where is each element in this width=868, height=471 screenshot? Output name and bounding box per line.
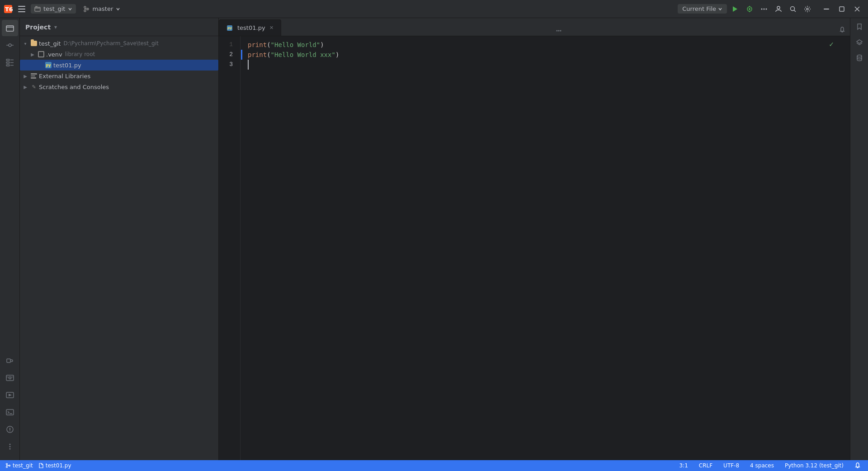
tab-python-icon: py [226, 24, 233, 32]
project-panel-header: Project ▾ [20, 18, 218, 36]
editor-area: py test01.py ✕ 1 2 3 [219, 18, 850, 460]
global-search-button[interactable] [787, 3, 799, 15]
extlib-icon [30, 72, 38, 80]
editor-right-gutter [843, 36, 850, 460]
code-token-paren-close-2: ) [335, 50, 339, 60]
svg-point-12 [749, 8, 750, 10]
project-tool-window-button[interactable] [2, 20, 18, 36]
svg-rect-2 [18, 6, 25, 7]
notifications-button[interactable] [836, 24, 848, 36]
project-panel-title: Project [25, 24, 51, 31]
editor-tab-bar: py test01.py ✕ [219, 18, 850, 36]
more-tool-windows-button[interactable] [2, 438, 18, 455]
tab-close-button[interactable]: ✕ [268, 24, 275, 32]
main-content: Project ▾ ▾ test_git D:\Pycharm\Pycharm_… [0, 18, 868, 460]
run-config-label: Current File [682, 5, 716, 12]
editor-tab-test01py[interactable]: py test01.py ✕ [219, 19, 281, 36]
python-file-icon: py [45, 61, 52, 69]
svg-point-17 [766, 8, 767, 9]
bookmarks-button[interactable] [852, 20, 867, 34]
status-git-branch[interactable]: test_git [5, 462, 33, 469]
tree-item-test01py[interactable]: py test01.py [20, 60, 218, 71]
svg-point-57 [6, 466, 8, 468]
settings-button[interactable] [801, 3, 814, 15]
svg-rect-38 [6, 375, 14, 381]
svg-rect-3 [18, 9, 25, 9]
run-tool-window-button[interactable] [2, 387, 18, 403]
tab-label: test01.py [237, 24, 265, 31]
svg-rect-32 [6, 62, 9, 63]
tree-item-external-libraries[interactable]: ▶ External Libraries [20, 71, 218, 81]
svg-point-51 [9, 448, 10, 450]
status-interpreter[interactable]: Python 3.12 (test_git) [783, 462, 845, 469]
svg-rect-22 [824, 9, 829, 9]
status-bar-right: 3:1 CRLF UTF-8 4 spaces Python 3.12 (tes… [677, 462, 863, 470]
database-button[interactable] [852, 51, 867, 65]
svg-point-21 [807, 8, 808, 10]
svg-rect-37 [7, 359, 10, 363]
problems-tool-window-button[interactable] [2, 421, 18, 438]
maximize-button[interactable] [835, 4, 849, 14]
line-number-2: 2 [219, 50, 236, 60]
svg-point-8 [84, 10, 86, 12]
venv-sublabel: library root [65, 51, 95, 57]
svg-point-48 [9, 431, 10, 432]
svg-point-28 [9, 44, 11, 47]
hamburger-menu-button[interactable] [16, 4, 27, 14]
close-button[interactable] [850, 4, 864, 14]
venv-chevron-icon: ▶ [29, 51, 36, 58]
more-actions-button[interactable] [758, 3, 770, 15]
line-numbers-gutter: 1 2 3 [219, 36, 241, 460]
icon-bar-top [2, 20, 18, 353]
status-file-label: test01.py [46, 462, 71, 469]
tree-item-scratches[interactable]: ▶ ✎ Scratches and Consoles [20, 81, 218, 92]
run-button[interactable] [729, 3, 741, 15]
run-config-selector[interactable]: Current File [678, 4, 727, 14]
svg-point-49 [9, 444, 10, 445]
status-indent[interactable]: 4 spaces [748, 462, 776, 469]
debug-button[interactable] [743, 3, 756, 15]
status-position[interactable]: 3:1 [677, 462, 689, 469]
code-editor[interactable]: 1 2 3 print("Hello World") print("Hello … [219, 36, 850, 460]
svg-rect-4 [18, 11, 25, 12]
code-line-2: print("Hello World xxx") [248, 50, 843, 60]
user-account-button[interactable] [772, 3, 785, 15]
terminal-tool-window-button[interactable] [2, 404, 18, 420]
tree-item-root[interactable]: ▾ test_git D:\Pycharm\Pycharm_Save\test_… [20, 38, 218, 49]
project-panel-chevron[interactable]: ▾ [54, 24, 57, 30]
cursor-indicator [248, 60, 253, 70]
recent-files-button[interactable] [554, 26, 564, 36]
svg-point-7 [84, 6, 86, 8]
venv-folder-icon [38, 51, 45, 58]
commit-tool-window-button[interactable] [2, 37, 18, 53]
titlebar: T6 test_git master [0, 0, 868, 18]
svg-point-39 [9, 377, 11, 379]
notifications-status-button[interactable] [853, 462, 863, 470]
code-content-area[interactable]: print("Hello World") print("Hello World … [242, 36, 843, 460]
status-encoding[interactable]: UTF-8 [722, 462, 741, 469]
services-tool-window-button[interactable] [2, 370, 18, 386]
code-token-paren-open-2: ( [267, 50, 270, 60]
plugins-button[interactable] [2, 353, 18, 369]
file-spacer [36, 61, 43, 69]
svg-rect-6 [35, 6, 38, 7]
code-token-print-1: print [248, 40, 267, 50]
left-icon-bar [0, 18, 20, 460]
svg-marker-10 [733, 6, 737, 12]
venv-label: .venv [46, 51, 62, 58]
branch-selector[interactable]: master [80, 4, 124, 14]
editor-checkmark-icon: ✓ [829, 40, 834, 50]
code-token-print-2: print [248, 50, 267, 60]
svg-point-19 [791, 6, 795, 10]
minimize-button[interactable] [819, 4, 834, 14]
status-file[interactable]: test01.py [38, 462, 71, 469]
code-token-paren-open-1: ( [267, 40, 270, 50]
code-line-3 [248, 60, 843, 70]
tree-item-venv[interactable]: ▶ .venv library root [20, 49, 218, 60]
project-selector[interactable]: test_git [31, 4, 76, 14]
svg-point-52 [558, 30, 559, 32]
structure-tool-window-button[interactable] [2, 54, 18, 71]
titlebar-left: T6 test_git master [4, 4, 434, 14]
layers-button[interactable] [852, 35, 867, 50]
status-line-ending[interactable]: CRLF [697, 462, 714, 469]
